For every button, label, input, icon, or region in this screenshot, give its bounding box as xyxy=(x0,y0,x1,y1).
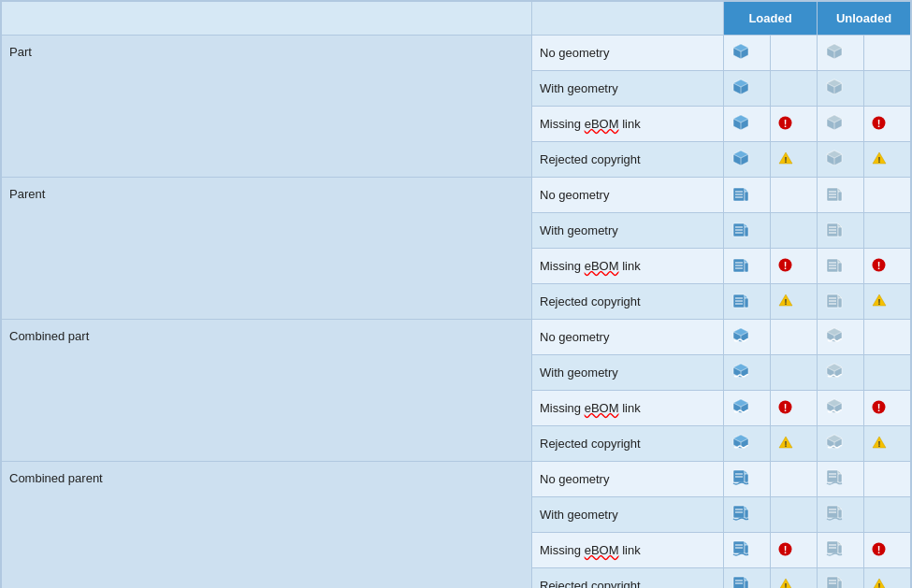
unloaded-icon xyxy=(825,582,844,588)
svg-text:!: ! xyxy=(784,259,788,270)
svg-marker-162 xyxy=(838,577,842,581)
svg-rect-127 xyxy=(838,474,842,482)
error-badge: ! xyxy=(778,403,792,417)
svg-marker-121 xyxy=(745,470,748,474)
unloaded-icon-cell xyxy=(818,178,864,213)
loaded-icon xyxy=(731,405,750,419)
unloaded-icon-cell xyxy=(818,71,864,107)
loaded-badge-cell xyxy=(771,178,818,213)
svg-rect-40 xyxy=(838,192,842,201)
loaded-icon-cell xyxy=(724,391,771,426)
loaded-badge-cell xyxy=(771,497,818,533)
row-description: Missing eBOM link xyxy=(532,391,724,426)
row-description: With geometry xyxy=(532,355,724,391)
svg-marker-73 xyxy=(745,294,748,298)
error-badge: ! xyxy=(872,403,886,417)
warning-badge: ! xyxy=(778,437,793,452)
unloaded-icon xyxy=(825,440,844,454)
unloaded-badge-cell xyxy=(864,213,911,249)
loaded-icon xyxy=(731,298,750,312)
svg-marker-57 xyxy=(745,259,748,263)
error-badge: ! xyxy=(872,545,886,559)
row-description: Rejected copyright xyxy=(532,284,724,320)
category-part: Part xyxy=(2,36,532,178)
row-description: No geometry xyxy=(532,36,724,71)
error-badge: ! xyxy=(778,261,792,275)
loaded-icon xyxy=(731,476,750,490)
row-description: With geometry xyxy=(532,497,724,533)
loaded-icon-cell xyxy=(724,213,771,249)
header-loaded: Loaded xyxy=(724,2,818,36)
unloaded-icon-cell xyxy=(818,462,864,497)
category-parent: Parent xyxy=(2,178,532,320)
loaded-icon-cell xyxy=(724,178,771,213)
svg-rect-132 xyxy=(745,509,748,518)
svg-rect-154 xyxy=(733,577,745,588)
unloaded-icon xyxy=(825,476,844,490)
loaded-icon xyxy=(731,547,750,561)
loaded-icon-cell xyxy=(724,533,771,568)
svg-text:!: ! xyxy=(784,543,788,554)
svg-rect-142 xyxy=(745,545,748,553)
unloaded-badge-cell: ! xyxy=(864,142,911,178)
row-description: Rejected copyright xyxy=(532,142,724,178)
unloaded-icon-cell xyxy=(818,391,864,426)
warning-badge: ! xyxy=(872,295,887,309)
svg-marker-148 xyxy=(838,541,842,545)
svg-rect-156 xyxy=(745,581,748,588)
svg-marker-51 xyxy=(838,223,842,227)
loaded-icon xyxy=(731,121,750,135)
unloaded-icon xyxy=(825,227,844,241)
svg-rect-122 xyxy=(745,474,748,482)
loaded-badge-cell: ! xyxy=(771,426,818,462)
warning-badge: ! xyxy=(872,437,887,452)
loaded-badge-cell: ! xyxy=(771,568,818,589)
svg-marker-39 xyxy=(838,188,842,192)
svg-text:!: ! xyxy=(877,543,881,554)
svg-marker-45 xyxy=(745,223,748,227)
loaded-badge-cell xyxy=(771,320,818,355)
svg-text:!: ! xyxy=(784,401,788,412)
loaded-badge-cell xyxy=(771,462,818,497)
unloaded-icon-cell xyxy=(818,36,864,71)
loaded-icon-cell xyxy=(724,320,771,355)
svg-marker-141 xyxy=(745,541,748,545)
unloaded-badge-cell xyxy=(864,462,911,497)
error-badge: ! xyxy=(872,119,886,133)
unloaded-badge-cell: ! xyxy=(864,568,911,589)
svg-text:!: ! xyxy=(878,439,881,449)
unloaded-icon xyxy=(825,547,844,561)
unloaded-icon xyxy=(825,50,844,64)
loaded-icon-cell xyxy=(724,107,771,142)
row-description: No geometry xyxy=(532,462,724,497)
unloaded-icon xyxy=(825,369,844,383)
loaded-badge-cell: ! xyxy=(771,284,818,320)
unloaded-badge-cell: ! xyxy=(864,391,911,426)
svg-text:!: ! xyxy=(785,155,788,165)
row-description: Missing eBOM link xyxy=(532,107,724,142)
svg-marker-65 xyxy=(838,259,842,263)
unloaded-icon-cell xyxy=(818,249,864,284)
warning-badge: ! xyxy=(778,295,793,309)
loaded-icon xyxy=(731,85,750,99)
category-combined-parent: Combined parent xyxy=(2,462,532,589)
loaded-icon xyxy=(731,334,750,348)
ebom-link: eBOM xyxy=(585,117,619,131)
svg-text:!: ! xyxy=(877,259,881,270)
svg-rect-66 xyxy=(838,263,842,272)
loaded-icon xyxy=(731,50,750,64)
unloaded-icon-cell xyxy=(818,320,864,355)
header-col1 xyxy=(2,2,532,36)
svg-text:!: ! xyxy=(784,117,788,128)
row-description: No geometry xyxy=(532,178,724,213)
loaded-icon xyxy=(731,156,750,170)
svg-rect-82 xyxy=(838,298,842,308)
row-description: Missing eBOM link xyxy=(532,533,724,568)
loaded-icon-cell xyxy=(724,71,771,107)
loaded-icon xyxy=(731,192,750,206)
loaded-badge-cell xyxy=(771,71,818,107)
ebom-link: eBOM xyxy=(585,401,619,415)
unloaded-badge-cell xyxy=(864,178,911,213)
svg-marker-81 xyxy=(838,294,842,298)
header-unloaded: Unloaded xyxy=(818,2,911,36)
